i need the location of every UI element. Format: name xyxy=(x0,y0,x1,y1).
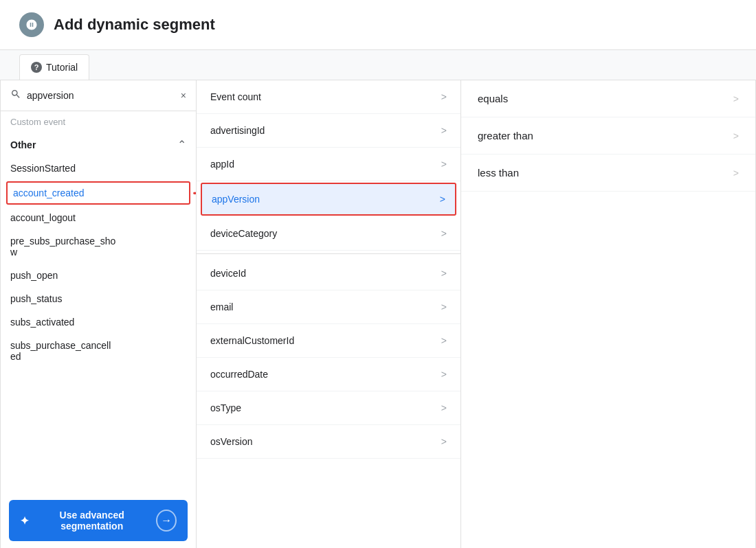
question-icon: ? xyxy=(31,62,42,73)
chevron-right-icon: > xyxy=(441,436,447,447)
right-item-equals[interactable]: equals > xyxy=(461,80,755,117)
tab-bar: ? Tutorial xyxy=(0,50,756,80)
chevron-right-icon: > xyxy=(733,93,739,104)
list-item[interactable]: subs_purchase_cancelled xyxy=(1,334,196,368)
chevron-right-icon: > xyxy=(441,335,447,346)
advanced-segmentation-button[interactable]: ✦ Use advanced segmentation → xyxy=(9,500,188,541)
list-item-selected[interactable]: account_created ➜ xyxy=(6,181,190,205)
section-header: Other ⌃ xyxy=(1,133,196,157)
middle-item[interactable]: appId > xyxy=(197,148,460,181)
right-panel: equals > greater than > less than > xyxy=(461,80,755,548)
page-title: Add dynamic segment xyxy=(54,16,215,34)
middle-item[interactable]: email > xyxy=(197,290,460,324)
chevron-right-icon: > xyxy=(441,369,447,380)
middle-item[interactable]: osVersion > xyxy=(197,425,460,459)
tab-tutorial[interactable]: ? Tutorial xyxy=(19,54,89,80)
chevron-right-icon: > xyxy=(733,130,739,141)
middle-item[interactable]: deviceId > xyxy=(197,257,460,290)
search-icon xyxy=(10,89,21,102)
right-item-greater-than[interactable]: greater than > xyxy=(461,117,755,155)
list-item[interactable]: pre_subs_purchase_show xyxy=(1,229,196,264)
page-header: Add dynamic segment xyxy=(0,0,756,50)
arrow-indicator: ➜ xyxy=(192,185,196,201)
chevron-right-icon: > xyxy=(441,125,447,136)
left-panel-list: SessionStarted account_created ➜ account… xyxy=(1,157,196,548)
middle-item[interactable]: deviceCategory > xyxy=(197,217,460,251)
right-item-less-than[interactable]: less than > xyxy=(461,155,755,192)
middle-item[interactable]: Event count > xyxy=(197,80,460,114)
chevron-right-icon: > xyxy=(441,159,447,170)
btn-text-wrap: ✦ Use advanced segmentation xyxy=(20,510,151,532)
middle-item[interactable]: osType > xyxy=(197,391,460,425)
item-label: pre_subs_purchase_show xyxy=(10,236,115,258)
search-value: appversion xyxy=(27,90,175,101)
tab-tutorial-label: Tutorial xyxy=(46,62,78,73)
chevron-right-icon: > xyxy=(440,194,445,205)
chevron-right-icon: > xyxy=(441,228,447,239)
header-icon xyxy=(19,12,44,37)
list-item[interactable]: SessionStarted xyxy=(1,157,196,180)
chevron-right-icon: > xyxy=(441,268,447,279)
star-icon: ✦ xyxy=(20,514,29,527)
list-item[interactable]: push_status xyxy=(1,287,196,310)
chevron-up-icon[interactable]: ⌃ xyxy=(177,138,186,151)
list-item[interactable]: account_logout xyxy=(1,206,196,229)
custom-event-label: Custom event xyxy=(1,111,196,133)
list-item[interactable]: subs_activated xyxy=(1,310,196,334)
item-label: subs_purchase_cancelled xyxy=(10,340,111,362)
chevron-right-icon: > xyxy=(441,91,447,102)
middle-item[interactable]: externalCustomerId > xyxy=(197,324,460,358)
divider xyxy=(197,253,460,254)
section-title: Other xyxy=(10,139,36,150)
chevron-right-icon: > xyxy=(441,402,447,413)
middle-item[interactable]: advertisingId > xyxy=(197,114,460,148)
list-item[interactable]: push_open xyxy=(1,264,196,287)
chevron-right-icon: > xyxy=(733,168,739,179)
middle-item-selected[interactable]: appVersion > xyxy=(201,183,456,216)
chevron-right-icon: > xyxy=(441,301,447,312)
main-container: appversion × Custom event Other ⌃ Sessio… xyxy=(0,80,756,548)
search-box: appversion × xyxy=(1,80,196,111)
left-panel: appversion × Custom event Other ⌃ Sessio… xyxy=(1,80,197,548)
circle-arrow-icon: → xyxy=(156,510,177,532)
search-clear-button[interactable]: × xyxy=(181,90,186,101)
middle-panel: Event count > advertisingId > appId > ap… xyxy=(197,80,461,548)
middle-item[interactable]: occurredDate > xyxy=(197,358,460,391)
segment-icon xyxy=(25,19,38,31)
